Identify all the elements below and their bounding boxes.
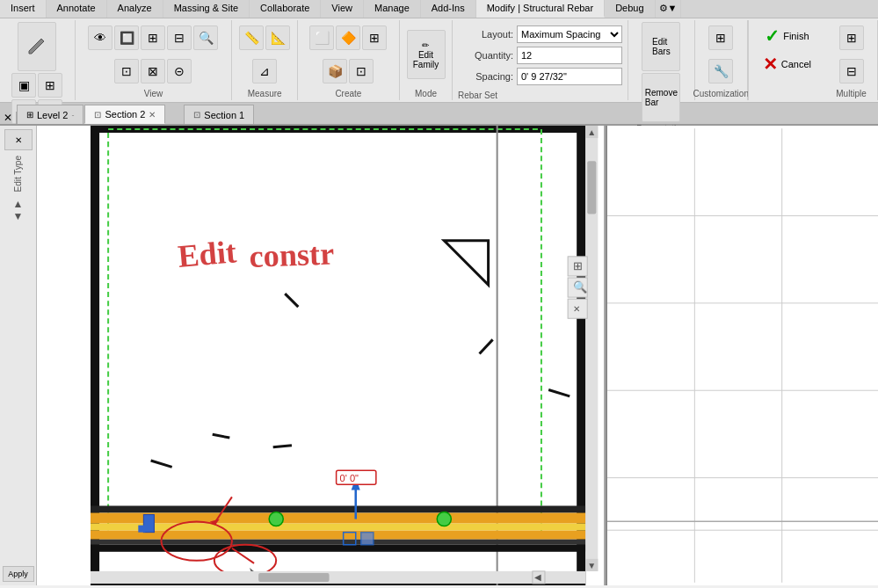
tab-section2[interactable]: ⊡ Section 2 ✕ — [84, 105, 165, 124]
svg-rect-13 — [91, 505, 585, 512]
view-icon-4[interactable]: ⊟ — [167, 25, 192, 50]
svg-rect-40 — [587, 161, 596, 214]
section2-tab-icon: ⊡ — [94, 110, 101, 120]
quantity-label: Quantity: — [465, 50, 513, 61]
left-panel: ✕ Edit Type ▲ ▼ Apply — [0, 126, 37, 585]
ribbon-group-measure: 📏 📐 ⊿ Measure — [232, 20, 297, 100]
tab-manage[interactable]: Manage — [364, 0, 421, 18]
svg-text:▲: ▲ — [587, 127, 596, 137]
mode-label: Mode — [415, 87, 437, 98]
cust-icon-2[interactable]: 🔧 — [708, 59, 733, 83]
apply-btn[interactable]: Apply — [3, 566, 34, 582]
view-icon-8[interactable]: ⊝ — [167, 59, 192, 83]
view-icon-7[interactable]: ⊠ — [141, 59, 165, 83]
section2-close-icon[interactable]: ✕ — [149, 110, 156, 120]
ribbon-group-presentation: EditBars RemoveBar Presentation — [628, 20, 695, 100]
multiple-icon-1[interactable]: ⊞ — [839, 25, 864, 50]
tab-annotate[interactable]: Annotate — [47, 0, 107, 18]
layout-select[interactable]: Maximum Spacing Fixed Number Fixed Spaci… — [517, 25, 622, 43]
presentation-icon-1[interactable]: EditBars — [642, 22, 680, 71]
main-viewport[interactable]: Edit constr — [37, 126, 606, 585]
svg-rect-34 — [361, 533, 374, 545]
tab-modify-rebar[interactable]: Modify | Structural Rebar — [476, 0, 605, 18]
cust-icon-1[interactable]: ⊞ — [708, 25, 733, 50]
svg-rect-22 — [138, 526, 145, 533]
tab-section1[interactable]: ⊡ Section 1 — [184, 105, 254, 124]
layout-field: Layout: Maximum Spacing Fixed Number Fix… — [465, 25, 622, 43]
edit-boundary-icon[interactable]: ✏EditFamily — [407, 30, 446, 79]
create-icon-1[interactable]: ⬜ — [309, 25, 334, 50]
svg-rect-36 — [258, 573, 329, 582]
level2-tab-icon: ⊞ — [26, 110, 33, 120]
view-icon-3[interactable]: ⊞ — [141, 25, 165, 50]
svg-rect-17 — [91, 540, 585, 545]
measure-icon-1[interactable]: 📏 — [239, 25, 264, 50]
modify-icon[interactable] — [18, 22, 56, 71]
view-icon-6[interactable]: ⊡ — [114, 59, 139, 83]
close-panels-icon[interactable]: ✕ — [4, 112, 12, 124]
right-canvas-svg — [607, 126, 878, 585]
view-icon-5[interactable]: 🔍 — [193, 25, 218, 50]
quantity-field: Quantity: — [465, 47, 622, 64]
svg-text:✕: ✕ — [573, 304, 580, 314]
select-icon[interactable]: ▣ — [11, 73, 36, 98]
create-icon-3[interactable]: ⊞ — [362, 25, 387, 50]
svg-text:🔍: 🔍 — [573, 279, 588, 294]
tab-extra[interactable]: ⚙▼ — [656, 0, 682, 18]
create-icon-4[interactable]: 📦 — [323, 59, 347, 83]
create-icon-5[interactable]: ⊡ — [349, 59, 374, 83]
tab-level2[interactable]: ⊞ Level 2 - — [17, 105, 83, 124]
ribbon-group-customization: ⊞ 🔧 Customization — [695, 20, 748, 100]
tab-debug[interactable]: Debug — [605, 0, 655, 18]
rebar-set-fields: Layout: Maximum Spacing Fixed Number Fix… — [458, 22, 629, 89]
svg-rect-14 — [91, 513, 585, 524]
multiple-icon-2[interactable]: ⊟ — [839, 59, 864, 83]
level2-tab-dash: - — [71, 111, 74, 120]
presentation-icon-2[interactable]: RemoveBar — [642, 73, 680, 122]
presentation-icons: EditBars RemoveBar — [634, 22, 689, 122]
layout-label: Layout: — [465, 29, 513, 40]
panel-close-btn[interactable]: ✕ — [4, 129, 33, 150]
finish-button[interactable]: ✓ Finish — [758, 24, 816, 48]
create-icons: ⬜ 🔶 ⊞ 📦 ⊡ — [303, 22, 394, 87]
mode-icons: ✏EditFamily — [407, 22, 446, 87]
arrow-up-icon[interactable]: ▲ — [13, 198, 24, 210]
quantity-input[interactable] — [517, 47, 622, 64]
svg-text:Edit: Edit — [177, 234, 238, 274]
view-icon-1[interactable]: 👁 — [88, 25, 112, 50]
ribbon-group-modify: ▣ ⊞ 📋 📐 🔗 📌 Modify — [0, 20, 76, 100]
measure-icon-3[interactable]: ⊿ — [252, 59, 277, 83]
main-area: ✕ Edit Type ▲ ▼ Apply Edit — [0, 126, 878, 585]
section1-tab-label: Section 1 — [204, 110, 244, 120]
customization-label: Customization — [693, 87, 749, 98]
ribbon-group-view: 👁 🔲 ⊞ ⊟ 🔍 ⊡ ⊠ ⊝ View — [76, 20, 233, 100]
viewport-container: Edit constr — [37, 126, 878, 585]
filter-icon[interactable]: ⊞ — [38, 73, 62, 98]
panel-arrows: ▲ ▼ — [13, 198, 24, 222]
section1-tab-icon: ⊡ — [193, 110, 200, 120]
svg-text:0' 0": 0' 0" — [340, 473, 359, 483]
measure-icon-2[interactable]: 📐 — [265, 25, 290, 50]
tab-view[interactable]: View — [321, 0, 364, 18]
tab-insert[interactable]: Insert — [0, 0, 47, 18]
tab-collaborate[interactable]: Collaborate — [250, 0, 321, 18]
tab-analyze[interactable]: Analyze — [107, 0, 163, 18]
view-label: View — [144, 87, 163, 98]
multiple-icons: ⊞ ⊟ — [831, 22, 872, 87]
svg-text:◀: ◀ — [534, 572, 541, 582]
ribbon-group-rebar-set: Layout: Maximum Spacing Fixed Number Fix… — [453, 20, 628, 100]
tab-addins[interactable]: Add-Ins — [421, 0, 476, 18]
rebar-set-label: Rebar Set — [458, 89, 497, 100]
view-icons: 👁 🔲 ⊞ ⊟ 🔍 ⊡ ⊠ ⊝ — [81, 22, 227, 87]
tab-massing[interactable]: Massing & Site — [163, 0, 250, 18]
document-tab-bar: ✕ ⊞ Level 2 - ⊡ Section 2 ✕ ⊡ Section 1 — [0, 103, 878, 126]
spacing-input[interactable] — [517, 68, 622, 85]
ribbon-group-multiple: ⊞ ⊟ Multiple — [825, 20, 878, 100]
view-icon-2[interactable]: 🔲 — [114, 25, 139, 50]
ribbon-group-create: ⬜ 🔶 ⊞ 📦 ⊡ Create — [298, 20, 400, 100]
cancel-button[interactable]: ✕ Cancel — [756, 52, 818, 76]
svg-point-20 — [437, 512, 451, 526]
multiple-label: Multiple — [836, 87, 866, 98]
arrow-down-icon[interactable]: ▼ — [13, 210, 24, 222]
create-icon-2[interactable]: 🔶 — [336, 25, 360, 50]
